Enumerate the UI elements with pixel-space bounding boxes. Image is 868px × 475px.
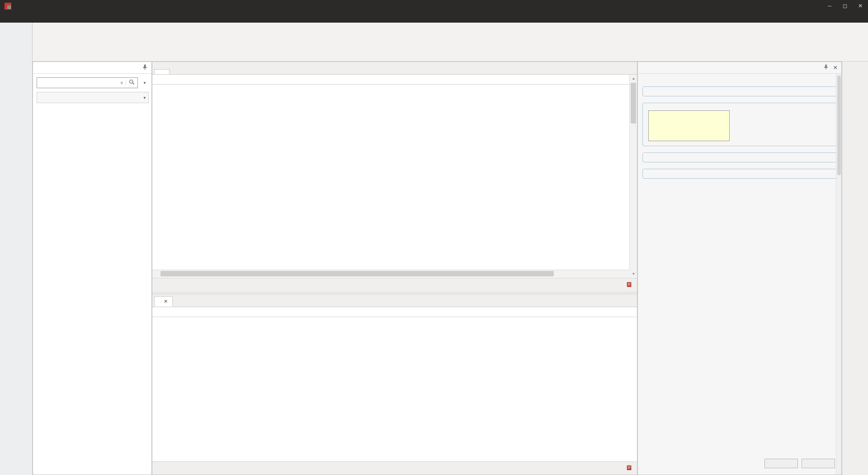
tab-room-items[interactable]: ✕ (154, 296, 173, 307)
scroll-up-icon[interactable]: ▲ (630, 75, 637, 82)
navigation-panel: ˅ ▾ ▾ (33, 62, 152, 475)
close-icon[interactable]: ✕ (833, 64, 838, 71)
report-book-icon[interactable] (626, 465, 632, 472)
ribbon (33, 23, 868, 62)
pin-icon[interactable] (823, 64, 829, 71)
room-summary (638, 74, 841, 80)
section-group (642, 152, 837, 162)
save-button[interactable] (802, 459, 835, 468)
chevron-down-icon[interactable]: ˅ (118, 81, 126, 86)
vertical-scrollbar[interactable] (836, 74, 841, 475)
maximize-icon[interactable]: ◻ (837, 0, 853, 12)
rooms-table-footer (152, 278, 637, 292)
items-table-header (152, 307, 637, 317)
properties-header: ✕ (638, 62, 841, 74)
section-name-number (642, 86, 837, 96)
search-input[interactable]: ˅ (37, 77, 138, 88)
chevron-down-icon[interactable]: ▾ (143, 95, 146, 100)
search-icon[interactable] (126, 79, 137, 86)
add-filter-button[interactable]: ▾ (37, 92, 149, 103)
drofus-window: ─ ◻ ✕ ˅ ▾ ▾ (0, 0, 868, 475)
rooms-table-header (152, 75, 630, 85)
properties-toolbar (842, 62, 868, 475)
undo-button[interactable] (764, 459, 798, 468)
vertical-scrollbar[interactable]: ▲ ▼ (629, 75, 637, 277)
section-areas (642, 169, 837, 179)
items-table-body (152, 317, 637, 461)
chevron-down-icon[interactable]: ▾ (141, 77, 149, 88)
items-table-footer (152, 461, 637, 475)
navigation-panel-header (33, 62, 151, 74)
scroll-down-icon[interactable]: ▼ (630, 270, 637, 277)
rooms-tab-strip (152, 62, 637, 75)
tab-rooms[interactable] (154, 69, 170, 74)
items-tab-strip: ✕ (152, 295, 637, 307)
pin-icon[interactable] (142, 64, 148, 71)
ribbon-tab-bar (0, 12, 868, 23)
app-logo-icon (5, 3, 11, 10)
title-bar: ─ ◻ ✕ (0, 0, 868, 12)
module-sidebar (0, 23, 33, 475)
scrollbar-thumb[interactable] (160, 271, 554, 276)
close-icon[interactable]: ✕ (164, 299, 168, 304)
report-book-icon[interactable] (626, 281, 632, 289)
close-icon[interactable]: ✕ (853, 0, 868, 12)
section-memo (642, 103, 837, 146)
memo-textarea[interactable] (648, 110, 730, 141)
properties-panel: ✕ (637, 62, 842, 475)
horizontal-scrollbar[interactable] (152, 270, 630, 277)
scrollbar-thumb[interactable] (631, 83, 636, 124)
panel-splitter[interactable] (152, 292, 637, 295)
minimize-icon[interactable]: ─ (822, 0, 837, 12)
rooms-workspace: ▲ ▼ ✕ (152, 62, 637, 475)
